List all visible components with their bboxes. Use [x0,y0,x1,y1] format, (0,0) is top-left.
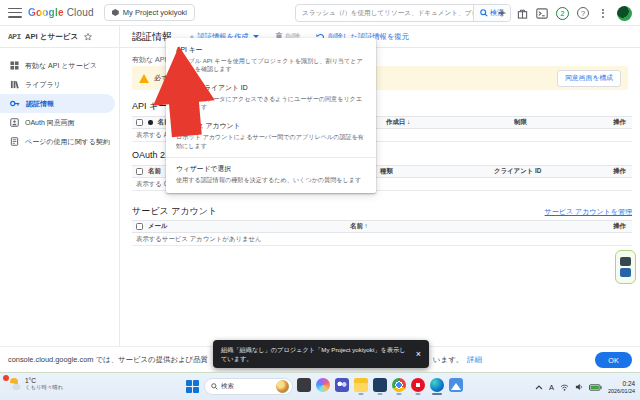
speaker-icon[interactable] [575,383,583,391]
key-icon [10,99,20,108]
ok-button[interactable]: OK [595,352,632,368]
sidebar-nav: 有効な API とサービス ライブラリ 認証情報 OAuth 同意画面 ページの… [0,48,120,346]
cookie-text-right: います。詳細 [433,355,482,365]
library-icon [10,80,19,89]
agreement-doc-icon [10,137,19,146]
cloud-shell-icon[interactable] [536,7,548,19]
pin-icon[interactable] [84,33,92,41]
help-icon[interactable]: ? [577,7,589,19]
menu-icon[interactable] [8,8,22,18]
free-trial-gift-icon[interactable] [516,7,528,19]
project-name: My Project yokiyoki [123,8,187,17]
project-selector[interactable]: My Project yokiyoki [104,4,195,21]
weather-alert-badge [3,375,9,381]
api-logo: API [8,32,21,41]
system-tray: A 0:24 2026/01/24 [535,373,635,400]
column-restrictions[interactable]: 制限 [512,118,596,127]
search-bar[interactable]: スラッシュ（/）を使用してリソース、ドキュメント、プロダクトなどを検索 検索 [295,4,511,22]
service-accounts-table: メール 名前 ↑ 操作 表示するサービス アカウントがありません [132,220,632,246]
header-icons: 2 ? [496,0,632,26]
more-options-icon[interactable] [597,7,609,19]
column-type[interactable]: 種類 [378,167,492,176]
service-accounts-empty-row: 表示するサービス アカウントがありません [132,233,632,246]
column-created[interactable]: 作成日 ↓ [384,118,512,127]
sidebar-item-enabled-apis[interactable]: 有効な API とサービス [0,56,115,75]
service-accounts-heading: サービス アカウント [132,205,217,218]
taskbar-search[interactable]: 検索 [204,378,293,395]
column-name[interactable]: 名前 ↑ [348,222,592,231]
taskbar-apps [297,378,463,392]
file-explorer-icon[interactable] [354,378,368,392]
search-highlight-thumbnail [276,380,289,393]
start-button[interactable] [186,380,199,393]
logo-cloud-text: Cloud [67,7,94,18]
red-browser-icon[interactable] [411,378,425,392]
dark-app-icon[interactable] [297,378,311,392]
select-all-checkbox[interactable] [136,119,143,126]
notifications-badge[interactable]: 2 [556,7,569,20]
screen: Google Cloud My Project yokiyoki スラッシュ（/… [0,0,640,400]
product-home[interactable]: API API とサービス [0,26,120,47]
consent-screen-icon [10,118,19,127]
toast-message: 組織「組織なし」のプロジェクト「My Project yokiyoki」を表示し… [221,345,409,364]
project-icon [112,9,119,16]
column-name[interactable]: 名前 [148,167,161,176]
sidebar-item-page-usage-agreements[interactable]: ページの使用に関する契約 [0,132,115,151]
ime-indicator[interactable]: A [549,383,554,392]
weather-temp: 1°C [25,377,63,384]
photos-icon[interactable] [449,378,463,392]
edge-icon[interactable] [430,378,444,392]
sidebar-item-credentials[interactable]: 認証情報 [0,94,115,113]
floating-extension-widget[interactable] [615,250,636,284]
service-accounts-heading-row: サービス アカウント サービス アカウントを管理 [132,205,632,218]
sidebar-item-oauth-consent[interactable]: OAuth 同意画面 [0,113,115,132]
clock-time: 0:24 [608,380,635,388]
chrome-icon[interactable] [392,378,406,392]
project-toast: 組織「組織なし」のプロジェクト「My Project yokiyoki」を表示し… [213,340,429,368]
search-icon [480,9,488,17]
weather-widget[interactable]: 1°C くもり時々晴れ [4,376,63,391]
menu-divider [166,157,376,158]
copilot-icon[interactable] [316,378,330,392]
search-icon [211,383,218,390]
service-accounts-table-header: メール 名前 ↑ 操作 [132,220,632,233]
tray-chevron-icon[interactable] [535,385,543,390]
taskbar-search-label: 検索 [221,382,234,391]
column-client-id[interactable]: クライアント ID [492,167,594,176]
wifi-icon[interactable] [560,384,569,391]
logo-google-text: Google [28,7,64,18]
close-icon[interactable]: × [416,349,421,359]
column-actions: 操作 [611,222,632,231]
battery-icon[interactable] [589,384,602,391]
cookie-text-left: console.cloud.google.com では、サービスの提供および品質 [8,355,208,365]
enabled-apis-icon [10,61,19,70]
gemini-sparkle-icon[interactable] [496,7,508,19]
product-name: API とサービス [25,32,78,42]
configure-consent-button[interactable]: 同意画面を構成 [557,70,621,87]
search-input[interactable]: スラッシュ（/）を使用してリソース、ドキュメント、プロダクトなどを検索 [296,9,473,18]
taskbar-clock[interactable]: 0:24 2026/01/24 [608,380,635,395]
column-actions: 操作 [611,118,632,127]
manage-service-accounts-link[interactable]: サービス アカウントを管理 [545,207,632,217]
teams-icon[interactable] [335,378,349,392]
weather-icon [4,376,21,391]
select-all-checkbox[interactable] [136,223,143,230]
select-all-checkbox[interactable] [136,168,143,175]
weather-condition: くもり時々晴れ [25,384,63,391]
column-actions: 操作 [611,167,632,176]
app-header: Google Cloud My Project yokiyoki スラッシュ（/… [0,0,640,26]
clock-date: 2026/01/24 [608,388,635,395]
windows-taskbar: 1°C くもり時々晴れ 検索 A [0,372,640,400]
details-link[interactable]: 詳細 [467,355,482,364]
sidebar-item-library[interactable]: ライブラリ [0,75,115,94]
red-pointer-arrow [144,43,222,141]
menu-item-wizard[interactable]: ウィザードで選択 使用する認証情報の種類を決定するため、いくつかの質問をします [166,160,376,189]
column-email[interactable]: メール [148,222,167,231]
account-avatar[interactable] [617,6,632,21]
google-cloud-logo[interactable]: Google Cloud [28,7,94,18]
store-icon[interactable] [373,378,387,392]
